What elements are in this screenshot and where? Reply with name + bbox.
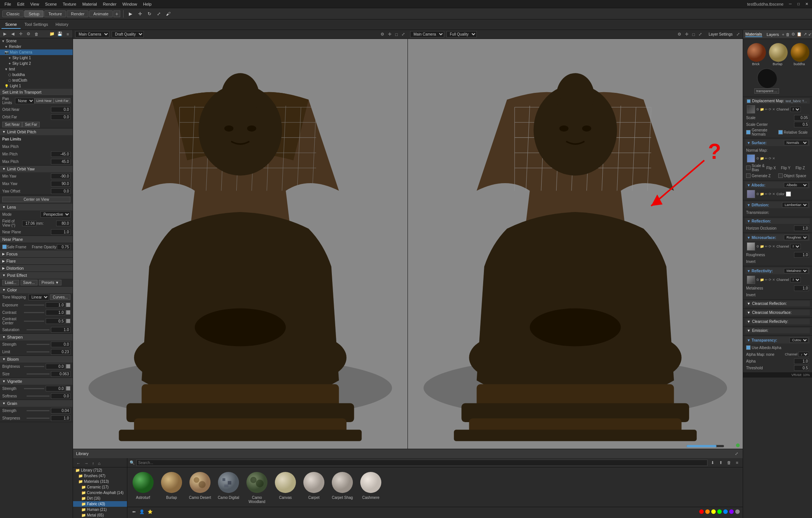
albedo-icon-refresh[interactable]: ⟳	[769, 192, 772, 196]
viewport-left-icon-settings[interactable]: ⚙	[380, 31, 385, 37]
toolbar-icon-move[interactable]: ✛	[136, 10, 144, 18]
lib-item-camo-desert[interactable]: Camo Desert	[187, 470, 213, 504]
clearcoat-reflection-header[interactable]: ▼ Clearcoat Reflection:	[745, 301, 810, 306]
surface-header[interactable]: ▼ Surface: Normals	[745, 139, 810, 146]
exposure-input[interactable]	[46, 302, 65, 308]
viewport-right-layer-settings[interactable]: Layer Settings	[708, 31, 733, 37]
displacement-scale-input[interactable]	[794, 115, 809, 121]
scene-toolbar-icon-5[interactable]: 🗑	[33, 31, 40, 37]
frame-opacity-input[interactable]	[57, 244, 70, 250]
pan-limits-dropdown[interactable]: None	[15, 98, 34, 104]
lib-color-green[interactable]	[717, 509, 722, 514]
lib-nav-home[interactable]: ⌂	[97, 461, 102, 466]
albedo-icon-close[interactable]: ✕	[772, 192, 775, 196]
toolbar-icon-select[interactable]: ▶	[127, 10, 135, 18]
tab-scene[interactable]: Scene	[1, 21, 21, 29]
diffusion-type-select[interactable]: Lambertian	[782, 202, 808, 207]
contrast-center-input[interactable]	[46, 318, 65, 324]
reflection-header[interactable]: ▼ Reflection:	[745, 218, 810, 224]
scene-toolbar-icon-2[interactable]: ◀	[9, 31, 16, 37]
tab-tool-settings[interactable]: Tool Settings	[21, 21, 52, 29]
vignette-strength-slider[interactable]	[24, 388, 44, 389]
post-effect-header[interactable]: ▼ Post Effect	[0, 272, 73, 279]
near-plane-header[interactable]: Near Plane	[0, 236, 73, 243]
contrast-color[interactable]	[66, 310, 70, 315]
lib-nav-back[interactable]: ←	[75, 461, 82, 466]
microsurface-type-select[interactable]: Roughness	[784, 235, 808, 240]
orbit-far-input[interactable]	[51, 114, 70, 120]
mat-item-buddha[interactable]: buddha	[789, 41, 810, 67]
microsurface-header[interactable]: ▼ Microsurface: Roughness	[745, 234, 810, 241]
metal-icon-close[interactable]: ✕	[772, 278, 775, 282]
focus-header[interactable]: ▶ Focus	[0, 251, 73, 257]
viewport-right-icon-expand[interactable]: ⤢	[698, 31, 703, 37]
pitch-header[interactable]: ▼ Limit Orbit Pitch	[0, 128, 73, 135]
viewport-left-icon-frame[interactable]: □	[394, 31, 399, 37]
normal-icon-close[interactable]: ✕	[772, 157, 775, 160]
bloom-size-slider[interactable]	[27, 373, 49, 375]
lib-tree-metal[interactable]: 📁 Metal (65)	[73, 512, 127, 518]
generate-z-checkbox[interactable]	[746, 173, 751, 178]
orbit-near-input[interactable]	[51, 107, 70, 112]
bloom-brightness-slider[interactable]	[24, 366, 44, 367]
vignette-softness-slider[interactable]	[27, 396, 49, 397]
lib-btn-prev[interactable]: ⬅	[130, 508, 137, 515]
emission-header[interactable]: ▼ Emission:	[745, 328, 810, 333]
grain-header[interactable]: ▼ Grain	[0, 400, 73, 407]
tree-item-main-camera[interactable]: 📷 Main Camera	[0, 49, 73, 55]
lib-item-burlap[interactable]: Burlap	[159, 470, 184, 504]
sharpen-strength-slider[interactable]	[27, 344, 49, 345]
tree-item-testcloth[interactable]: ⬡ testCloth	[0, 78, 73, 83]
toolbar-mode-animate[interactable]: Animate	[89, 10, 112, 17]
library-upload-icon[interactable]: ⬆	[717, 459, 724, 466]
menu-view[interactable]: View	[27, 1, 42, 7]
transparency-type-select[interactable]: Cutout	[790, 337, 808, 343]
near-plane-input[interactable]	[51, 229, 70, 235]
clearcoat-reflectivity-header[interactable]: ▼ Clearcoat Reflectivity:	[745, 319, 810, 324]
disp-icon-refresh[interactable]: ⟳	[769, 107, 772, 111]
lib-tree-library[interactable]: 📁 Library (712)	[73, 467, 127, 473]
fov-input[interactable]	[22, 221, 36, 226]
scene-toolbar-icon-1[interactable]: ▶	[1, 31, 8, 37]
metalness-channel-select[interactable]: R	[790, 277, 801, 282]
toolbar-mode-render[interactable]: Render	[67, 10, 88, 17]
albedo-header[interactable]: ▼ Albedo: Albedo	[745, 182, 810, 188]
safe-frame-checkbox[interactable]	[2, 245, 7, 249]
viewport-right-quality-select[interactable]: Full Quality	[446, 31, 477, 37]
sharpen-limit-slider[interactable]	[27, 351, 49, 352]
max-pitch-input[interactable]	[51, 159, 70, 164]
library-icon-expand[interactable]: ⤢	[733, 450, 740, 457]
lib-item-camo-woodland[interactable]: Camo Woodland	[244, 470, 270, 504]
viewport-left-quality-select[interactable]: Draft Quality	[112, 31, 144, 37]
roughness-input[interactable]	[794, 252, 809, 258]
tree-item-render[interactable]: ▼ Render	[0, 44, 73, 49]
mat-icon-copy[interactable]: 📋	[797, 31, 802, 38]
tab-history[interactable]: History	[52, 21, 72, 29]
grain-sharpness-slider[interactable]	[27, 418, 49, 419]
lib-color-orange[interactable]	[705, 509, 710, 514]
lib-color-purple[interactable]	[729, 509, 734, 514]
toolbar-icon-brush[interactable]: 🖌	[164, 10, 172, 18]
max-yaw-input[interactable]	[51, 181, 70, 187]
set-far-btn[interactable]: Set Far	[22, 122, 40, 127]
lens-header[interactable]: ▼ Lens	[0, 204, 73, 210]
sharpen-limit-input[interactable]	[51, 349, 70, 355]
disp-icon-edit[interactable]: ✏	[765, 107, 768, 111]
displacement-channel-select[interactable]: RGBA	[790, 107, 801, 112]
object-space-checkbox[interactable]	[778, 173, 783, 178]
rough-icon-folder[interactable]: 📁	[760, 245, 764, 248]
toolbar-icon-rotate[interactable]: ↻	[145, 10, 154, 18]
lib-tree-dirt[interactable]: 📁 Dirt (16)	[73, 496, 127, 501]
lib-tree-human[interactable]: 📁 Human (21)	[73, 507, 127, 512]
tree-item-test[interactable]: ▼ test	[0, 66, 73, 72]
surface-type-select[interactable]: Normals	[784, 140, 808, 145]
saturation-slider[interactable]	[27, 329, 49, 330]
set-near-btn[interactable]: Set Near	[2, 122, 22, 127]
lib-item-carpet-shag[interactable]: Carpet Shag	[330, 470, 355, 504]
lib-tree-concrete[interactable]: 📁 Concrete-Asphalt (14)	[73, 490, 127, 496]
threshold-input[interactable]	[794, 365, 809, 371]
viewport-left-icon-add[interactable]: ✛	[387, 31, 392, 37]
toolbar-mode-texture[interactable]: Texture	[44, 10, 66, 17]
mat-icon-settings[interactable]: ⚙	[791, 31, 795, 38]
normal-icon-settings[interactable]: ⚙	[756, 157, 759, 160]
